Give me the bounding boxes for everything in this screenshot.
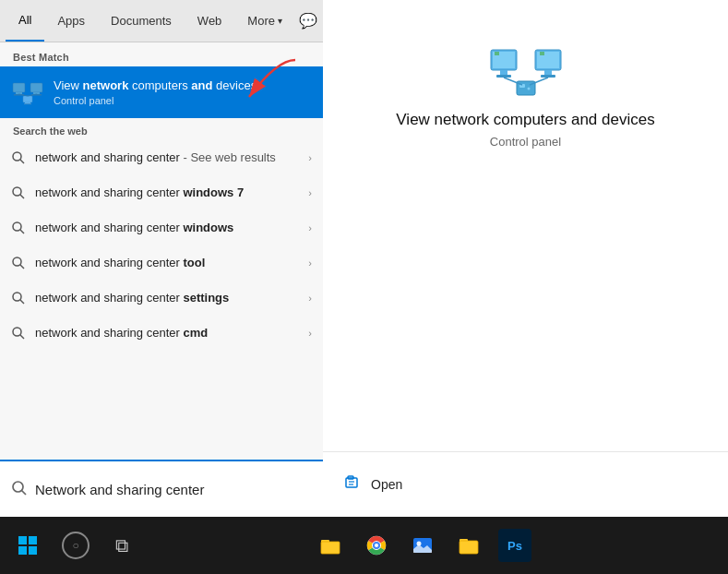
detail-app-subtitle: Control panel: [490, 135, 561, 149]
cortana-icon: ○: [72, 539, 78, 552]
best-match-subtitle: Control panel: [54, 95, 312, 106]
photoshop-button[interactable]: Ps: [493, 523, 537, 568]
svg-rect-8: [24, 103, 31, 104]
suggestion-item[interactable]: network and sharing center - See web res…: [0, 140, 323, 175]
search-icon: [9, 324, 28, 342]
suggestion-text: network and sharing center - See web res…: [35, 150, 304, 166]
svg-rect-58: [459, 541, 478, 554]
search-input-icon: [11, 480, 28, 499]
svg-rect-33: [541, 75, 555, 78]
chevron-right-icon: ›: [308, 293, 312, 304]
suggestion-item[interactable]: network and sharing center cmd ›: [0, 316, 323, 351]
best-match-item[interactable]: View network computers and devices Contr…: [0, 66, 323, 118]
tab-more[interactable]: More ▾: [234, 0, 295, 42]
tab-web[interactable]: Web: [185, 0, 235, 42]
suggestion-item[interactable]: network and sharing center windows 7 ›: [0, 175, 323, 210]
search-icon: [9, 219, 28, 237]
chrome-button[interactable]: [354, 523, 399, 568]
search-icon: [9, 149, 28, 167]
photos-button[interactable]: [400, 523, 445, 568]
detail-panel: View network computers and devices Contr…: [323, 0, 728, 517]
svg-rect-45: [18, 536, 27, 544]
svg-rect-48: [29, 546, 37, 555]
file-explorer-button[interactable]: [308, 523, 352, 568]
svg-rect-32: [544, 70, 552, 75]
chevron-right-icon: ›: [308, 152, 312, 163]
svg-line-19: [20, 265, 24, 269]
svg-rect-28: [500, 70, 507, 75]
svg-line-23: [20, 335, 24, 339]
svg-point-20: [13, 293, 21, 301]
svg-rect-0: [13, 83, 25, 92]
windows-logo-icon: [18, 535, 38, 556]
suggestion-item[interactable]: network and sharing center settings ›: [0, 281, 323, 316]
svg-point-22: [13, 328, 21, 336]
svg-point-36: [527, 88, 530, 90]
suggestion-item[interactable]: network and sharing center windows ›: [0, 210, 323, 245]
detail-app-title: View network computers and devices: [396, 111, 654, 129]
network-app-icon: [11, 76, 44, 109]
svg-rect-6: [23, 96, 32, 102]
tabs-bar: All Apps Documents Web More ▾ 💬 •••: [0, 0, 323, 42]
best-match-label: Best match: [0, 42, 323, 66]
svg-point-16: [13, 222, 21, 231]
tab-documents[interactable]: Documents: [98, 0, 185, 42]
cortana-button[interactable]: ○: [54, 523, 98, 568]
photoshop-icon: Ps: [507, 539, 522, 553]
tab-all[interactable]: All: [6, 0, 44, 42]
svg-rect-47: [18, 546, 27, 555]
search-icon: [9, 184, 28, 202]
detail-content: View network computers and devices Contr…: [323, 0, 728, 452]
svg-rect-39: [495, 52, 499, 55]
search-box: [0, 460, 323, 517]
suggestion-text: network and sharing center settings: [35, 291, 304, 306]
svg-line-13: [20, 160, 24, 163]
open-icon: [345, 474, 362, 495]
svg-rect-29: [496, 75, 511, 78]
svg-point-12: [13, 152, 21, 161]
chevron-right-icon: ›: [308, 187, 312, 198]
folder-button[interactable]: [447, 523, 491, 568]
file-explorer-icon: [319, 534, 341, 556]
suggestion-text: network and sharing center windows: [35, 221, 304, 236]
chrome-icon: [365, 534, 388, 556]
detail-actions: Open: [323, 452, 728, 517]
search-icon: [9, 289, 28, 307]
open-action[interactable]: Open: [341, 467, 710, 502]
svg-rect-3: [30, 83, 42, 92]
task-view-icon: ⧉: [115, 535, 128, 556]
best-match-title: View network computers and devices: [54, 78, 312, 94]
chevron-right-icon: ›: [308, 257, 312, 269]
chevron-right-icon: ›: [308, 222, 312, 233]
search-panel: All Apps Documents Web More ▾ 💬 ••• Best…: [0, 0, 323, 517]
photos-icon: [412, 534, 434, 556]
svg-point-24: [13, 482, 23, 492]
search-input[interactable]: [35, 482, 312, 497]
suggestion-text: network and sharing center windows 7: [35, 185, 304, 201]
results-list: Best match: [0, 42, 323, 517]
network-icon-svg: [11, 76, 44, 109]
suggestion-text: network and sharing center tool: [35, 256, 304, 271]
svg-line-17: [20, 230, 24, 233]
open-label: Open: [371, 477, 402, 492]
taskbar: ○ ⧉: [0, 517, 728, 574]
svg-point-14: [13, 187, 21, 196]
tab-apps[interactable]: Apps: [44, 0, 98, 42]
best-match-text: View network computers and devices Contr…: [54, 78, 312, 107]
chevron-down-icon: ▾: [278, 16, 282, 26]
taskbar-apps: Ps: [304, 523, 724, 568]
svg-line-21: [20, 300, 24, 304]
svg-point-55: [375, 544, 378, 547]
folder-icon: [458, 534, 480, 556]
detail-app-icon: [489, 37, 563, 111]
task-view-button[interactable]: ⧉: [100, 523, 144, 568]
svg-rect-40: [540, 52, 544, 55]
feedback-button[interactable]: 💬: [295, 8, 321, 34]
chevron-right-icon: ›: [308, 328, 312, 339]
suggestion-item[interactable]: network and sharing center tool ›: [0, 245, 323, 281]
start-button[interactable]: [4, 523, 52, 568]
svg-line-15: [20, 195, 24, 198]
feedback-icon: 💬: [299, 12, 317, 30]
svg-rect-46: [29, 536, 37, 544]
suggestion-text: network and sharing center cmd: [35, 326, 304, 341]
